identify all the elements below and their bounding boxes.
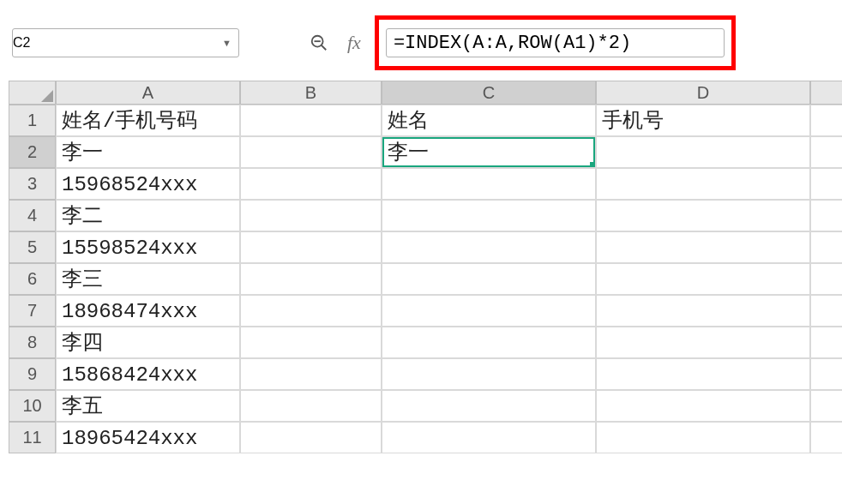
cell-A10[interactable]: 李五 [56, 390, 240, 422]
cell-B3[interactable] [240, 168, 382, 200]
chevron-down-icon[interactable]: ▼ [222, 38, 232, 48]
cell-D10[interactable] [596, 390, 810, 422]
cell[interactable] [810, 200, 842, 231]
cell-B5[interactable] [240, 231, 382, 263]
cell-A5[interactable]: 15598524xxx [56, 231, 240, 263]
cell[interactable] [810, 295, 842, 327]
cell[interactable] [810, 358, 842, 390]
col-header-extra[interactable] [810, 81, 842, 105]
cell-B9[interactable] [240, 358, 382, 390]
cell-A1[interactable]: 姓名/手机号码 [56, 105, 240, 136]
name-box[interactable]: C2 ▼ [12, 28, 239, 57]
row-header[interactable]: 10 [9, 390, 56, 422]
row-header[interactable]: 2 [9, 136, 56, 168]
cell-B4[interactable] [240, 200, 382, 231]
cell-D7[interactable] [596, 295, 810, 327]
cell-A6[interactable]: 李三 [56, 263, 240, 295]
cell-D8[interactable] [596, 327, 810, 358]
svg-line-1 [322, 45, 327, 51]
spreadsheet-grid[interactable]: A B C D 1 姓名/手机号码 姓名 手机号 2 李一 李一 3 15968… [9, 81, 833, 453]
cell[interactable] [810, 390, 842, 422]
cell[interactable] [810, 105, 842, 136]
col-header-D[interactable]: D [596, 81, 810, 105]
formula-bar-area: C2 ▼ fx =INDEX(A:A,ROW(A1)*2) [9, 9, 833, 70]
cell-C10[interactable] [382, 390, 596, 422]
cell-C6[interactable] [382, 263, 596, 295]
cell-B10[interactable] [240, 390, 382, 422]
formula-text: =INDEX(A:A,ROW(A1)*2) [394, 33, 631, 54]
fill-handle[interactable] [590, 162, 596, 168]
cell-B8[interactable] [240, 327, 382, 358]
formula-input[interactable]: =INDEX(A:A,ROW(A1)*2) [386, 28, 725, 57]
cell-C5[interactable] [382, 231, 596, 263]
row-header[interactable]: 4 [9, 200, 56, 231]
row-header[interactable]: 3 [9, 168, 56, 200]
row-header[interactable]: 11 [9, 422, 56, 453]
col-header-A[interactable]: A [56, 81, 240, 105]
cell-A2[interactable]: 李一 [56, 136, 240, 168]
fx-icon[interactable]: fx [347, 32, 361, 54]
cell-A4[interactable]: 李二 [56, 200, 240, 231]
cell-D1[interactable]: 手机号 [596, 105, 810, 136]
cell-B11[interactable] [240, 422, 382, 453]
cell-B7[interactable] [240, 295, 382, 327]
cell-C9[interactable] [382, 358, 596, 390]
cell-D9[interactable] [596, 358, 810, 390]
cell-C11[interactable] [382, 422, 596, 453]
cell[interactable] [810, 327, 842, 358]
row-header[interactable]: 8 [9, 327, 56, 358]
cell-C7[interactable] [382, 295, 596, 327]
cell-D11[interactable] [596, 422, 810, 453]
cell-A8[interactable]: 李四 [56, 327, 240, 358]
cell-C1[interactable]: 姓名 [382, 105, 596, 136]
cell-D2[interactable] [596, 136, 810, 168]
cell[interactable] [810, 422, 842, 453]
cell-C2[interactable]: 李一 [382, 136, 596, 168]
cell-D6[interactable] [596, 263, 810, 295]
cell-A3[interactable]: 15968524xxx [56, 168, 240, 200]
cell-C3[interactable] [382, 168, 596, 200]
cell-A9[interactable]: 15868424xxx [56, 358, 240, 390]
cell-D5[interactable] [596, 231, 810, 263]
row-header[interactable]: 1 [9, 105, 56, 136]
name-box-value: C2 [13, 35, 30, 51]
cell-A11[interactable]: 18965424xxx [56, 422, 240, 453]
cell-B2[interactable] [240, 136, 382, 168]
col-header-B[interactable]: B [240, 81, 382, 105]
formula-highlight: =INDEX(A:A,ROW(A1)*2) [375, 15, 736, 70]
cell-D3[interactable] [596, 168, 810, 200]
cell-C8[interactable] [382, 327, 596, 358]
zoom-out-icon[interactable] [308, 32, 330, 54]
cell[interactable] [810, 263, 842, 295]
col-header-C[interactable]: C [382, 81, 596, 105]
cell-B6[interactable] [240, 263, 382, 295]
select-all-corner[interactable] [9, 81, 56, 105]
row-header[interactable]: 6 [9, 263, 56, 295]
cell[interactable] [810, 231, 842, 263]
row-header[interactable]: 9 [9, 358, 56, 390]
cell-value: 李一 [388, 141, 429, 165]
cell-A7[interactable]: 18968474xxx [56, 295, 240, 327]
cell-C4[interactable] [382, 200, 596, 231]
row-header[interactable]: 7 [9, 295, 56, 327]
cell[interactable] [810, 168, 842, 200]
row-header[interactable]: 5 [9, 231, 56, 263]
cell-D4[interactable] [596, 200, 810, 231]
cell-B1[interactable] [240, 105, 382, 136]
cell[interactable] [810, 136, 842, 168]
